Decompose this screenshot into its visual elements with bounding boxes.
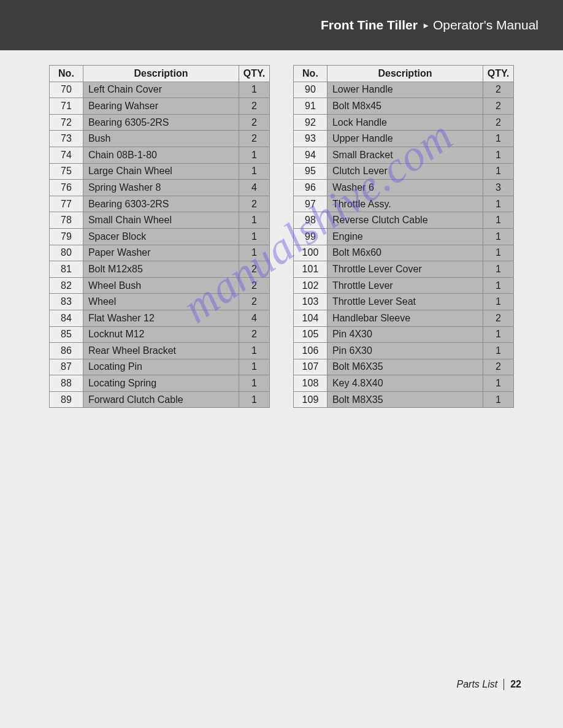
col-header-no: No.: [293, 65, 327, 82]
cell-qty: 1: [483, 277, 513, 294]
cell-qty: 1: [483, 228, 513, 245]
cell-description: Locating Pin: [83, 359, 239, 375]
cell-description: Throttle Lever: [327, 277, 483, 294]
cell-qty: 1: [239, 82, 269, 98]
cell-qty: 4: [239, 310, 269, 326]
cell-no: 81: [49, 261, 83, 277]
page-number: 22: [510, 679, 521, 690]
cell-description: Pin 6X30: [327, 342, 483, 359]
cell-description: Engine: [327, 228, 483, 245]
cell-qty: 2: [239, 277, 269, 294]
cell-description: Flat Washer 12: [83, 310, 239, 326]
cell-description: Chain 08B-1-80: [83, 147, 239, 163]
table-row: 84Flat Washer 124: [49, 310, 269, 326]
cell-qty: 1: [483, 261, 513, 277]
cell-no: 75: [49, 163, 83, 180]
cell-no: 101: [293, 261, 327, 277]
table-row: 86Rear Wheel Bracket1: [49, 342, 269, 359]
cell-description: Washer 6: [327, 179, 483, 196]
cell-description: Bolt M6X35: [327, 359, 483, 375]
cell-qty: 1: [483, 375, 513, 391]
table-row: 77Bearing 6303-2RS2: [49, 196, 269, 212]
table-row: 93Upper Handle1: [293, 130, 513, 147]
table-row: 98Reverse Clutch Cable1: [293, 212, 513, 228]
table-row: 81Bolt M12x852: [49, 261, 269, 277]
table-row: 101Throttle Lever Cover1: [293, 261, 513, 277]
table-header-row: No. Description QTY.: [49, 65, 269, 82]
table-row: 92Lock Handle2: [293, 114, 513, 131]
col-header-no: No.: [49, 65, 83, 82]
cell-no: 93: [293, 130, 327, 147]
table-row: 85Locknut M122: [49, 326, 269, 343]
cell-no: 96: [293, 179, 327, 196]
cell-no: 85: [49, 326, 83, 343]
cell-no: 97: [293, 196, 327, 212]
cell-description: Bearing 6303-2RS: [83, 196, 239, 212]
table-row: 73Bush2: [49, 130, 269, 147]
cell-description: Reverse Clutch Cable: [327, 212, 483, 228]
cell-description: Large Chain Wheel: [83, 163, 239, 180]
table-header-row: No. Description QTY.: [293, 65, 513, 82]
cell-description: Rear Wheel Bracket: [83, 342, 239, 359]
caret-icon: ▸: [424, 20, 428, 30]
table-row: 99Engine1: [293, 228, 513, 245]
cell-qty: 1: [483, 130, 513, 147]
cell-qty: 1: [483, 342, 513, 359]
cell-qty: 3: [483, 179, 513, 196]
table-row: 109Bolt M8X351: [293, 391, 513, 408]
cell-qty: 1: [483, 245, 513, 261]
cell-description: Small Chain Wheel: [83, 212, 239, 228]
cell-qty: 2: [239, 293, 269, 310]
cell-qty: 1: [483, 391, 513, 408]
cell-no: 90: [293, 82, 327, 98]
cell-description: Wheel: [83, 293, 239, 310]
cell-description: Lock Handle: [327, 114, 483, 131]
cell-no: 100: [293, 245, 327, 261]
cell-qty: 1: [483, 147, 513, 163]
cell-qty: 2: [239, 114, 269, 131]
cell-description: Wheel Bush: [83, 277, 239, 294]
parts-table-left: No. Description QTY. 70Left Chain Cover1…: [49, 65, 270, 408]
cell-qty: 1: [483, 196, 513, 212]
footer-divider: [504, 679, 504, 690]
cell-no: 95: [293, 163, 327, 180]
cell-description: Bolt M12x85: [83, 261, 239, 277]
cell-qty: 2: [239, 98, 269, 114]
cell-no: 72: [49, 114, 83, 131]
cell-qty: 2: [483, 82, 513, 98]
table-row: 78Small Chain Wheel1: [49, 212, 269, 228]
page-footer: Parts List 22: [457, 679, 521, 690]
cell-no: 71: [49, 98, 83, 114]
cell-description: Lower Handle: [327, 82, 483, 98]
table-row: 106Pin 6X301: [293, 342, 513, 359]
table-row: 89Forward Clutch Cable1: [49, 391, 269, 408]
cell-qty: 1: [239, 391, 269, 408]
cell-description: Bolt M8x45: [327, 98, 483, 114]
cell-qty: 1: [239, 245, 269, 261]
cell-no: 73: [49, 130, 83, 147]
cell-no: 94: [293, 147, 327, 163]
manual-name: Operator's Manual: [433, 18, 538, 33]
cell-no: 103: [293, 293, 327, 310]
cell-qty: 1: [483, 326, 513, 343]
cell-description: Throttle Assy.: [327, 196, 483, 212]
cell-no: 76: [49, 179, 83, 196]
cell-qty: 1: [239, 147, 269, 163]
product-name: Front Tine Tiller: [321, 18, 418, 33]
cell-qty: 1: [239, 359, 269, 375]
cell-qty: 1: [239, 342, 269, 359]
col-header-desc: Description: [83, 65, 239, 82]
cell-description: Throttle Lever Cover: [327, 261, 483, 277]
cell-description: Bearing Wahser: [83, 98, 239, 114]
cell-no: 80: [49, 245, 83, 261]
table-row: 75Large Chain Wheel1: [49, 163, 269, 180]
cell-description: Locating Spring: [83, 375, 239, 391]
table-row: 82Wheel Bush2: [49, 277, 269, 294]
table-row: 105Pin 4X301: [293, 326, 513, 343]
cell-description: Spacer Block: [83, 228, 239, 245]
cell-description: Bolt M6x60: [327, 245, 483, 261]
cell-no: 70: [49, 82, 83, 98]
cell-qty: 1: [239, 375, 269, 391]
table-row: 100Bolt M6x601: [293, 245, 513, 261]
cell-qty: 4: [239, 179, 269, 196]
